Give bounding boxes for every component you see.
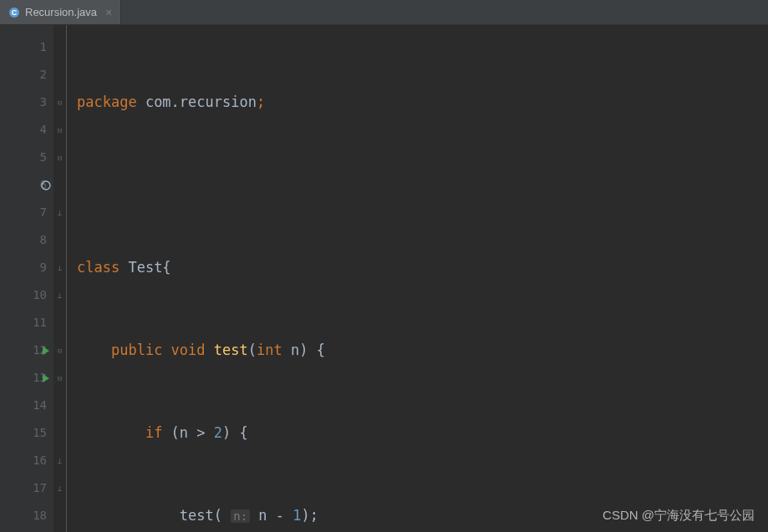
line-number[interactable]: 9 — [0, 254, 47, 281]
parameter-hint: n: — [231, 509, 250, 523]
line-number[interactable]: 5 — [0, 144, 47, 171]
code-line[interactable]: public void test(int n) { — [77, 337, 768, 364]
fold-handle[interactable]: ⊥ — [53, 447, 66, 474]
editor-area: 1 2 3 4 5 6 7 8 9 10 11 12 13 14 15 16 1… — [0, 25, 768, 532]
java-class-icon: C — [8, 7, 20, 18]
fold-handle[interactable]: ⊥ — [53, 474, 66, 502]
line-number[interactable]: 15 — [0, 419, 47, 447]
fold-handle — [53, 309, 66, 337]
fold-handle — [53, 419, 66, 447]
recursion-icon[interactable] — [40, 180, 52, 191]
run-icon[interactable] — [40, 345, 52, 357]
fold-handle[interactable]: ⊥ — [53, 199, 66, 226]
file-tab[interactable]: C Recursion.java × — [0, 0, 121, 24]
fold-handle — [53, 226, 66, 254]
line-number[interactable]: 2 — [0, 61, 47, 89]
line-number[interactable]: 8 — [0, 226, 47, 254]
fold-handle — [53, 61, 66, 89]
fold-handle[interactable]: ⊥ — [53, 281, 66, 309]
line-number[interactable]: 10 — [0, 281, 47, 309]
line-number[interactable]: 14 — [0, 392, 47, 419]
fold-handle[interactable]: ⊟ — [53, 89, 66, 116]
fold-handle[interactable]: ⊟ — [53, 116, 66, 144]
code-line[interactable]: if (n > 2) { — [77, 419, 768, 447]
line-number[interactable]: 16 — [0, 447, 47, 474]
line-number[interactable]: 13 — [0, 364, 47, 392]
fold-handle — [53, 502, 66, 529]
svg-point-2 — [42, 181, 50, 190]
tab-filename: Recursion.java — [25, 6, 97, 18]
editor-tabs: C Recursion.java × — [0, 0, 768, 25]
watermark: CSDN @宁海没有七号公园 — [603, 508, 755, 524]
fold-handle[interactable]: ⊟ — [53, 364, 66, 392]
fold-handle — [53, 33, 66, 61]
fold-handle — [53, 171, 66, 199]
svg-text:C: C — [12, 8, 18, 17]
fold-handle[interactable]: ⊥ — [53, 254, 66, 281]
code-line[interactable]: class Test{ — [77, 254, 768, 281]
line-number[interactable]: 18 — [0, 502, 47, 529]
line-number[interactable]: 3 — [0, 89, 47, 116]
fold-handle[interactable]: ⊟ — [53, 337, 66, 364]
line-number[interactable]: 4 — [0, 116, 47, 144]
code-editor[interactable]: package com.recursion; class Test{ publi… — [67, 25, 768, 532]
fold-handle — [53, 392, 66, 419]
line-number[interactable]: 7 — [0, 199, 47, 226]
code-line[interactable] — [77, 171, 768, 199]
fold-gutter: ⊟ ⊟ ⊟ ⊥ ⊥ ⊥ ⊟ ⊟ ⊥ ⊥ — [53, 25, 67, 532]
close-icon[interactable]: × — [105, 6, 112, 19]
run-icon[interactable] — [40, 372, 52, 384]
line-number[interactable]: 6 — [0, 171, 47, 199]
line-number-gutter[interactable]: 1 2 3 4 5 6 7 8 9 10 11 12 13 14 15 16 1… — [0, 25, 53, 532]
line-number[interactable]: 12 — [0, 337, 47, 364]
fold-handle[interactable]: ⊟ — [53, 144, 66, 171]
code-line[interactable]: package com.recursion; — [77, 89, 768, 116]
line-number[interactable]: 1 — [0, 33, 47, 61]
line-number[interactable]: 11 — [0, 309, 47, 337]
line-number[interactable]: 17 — [0, 474, 47, 502]
